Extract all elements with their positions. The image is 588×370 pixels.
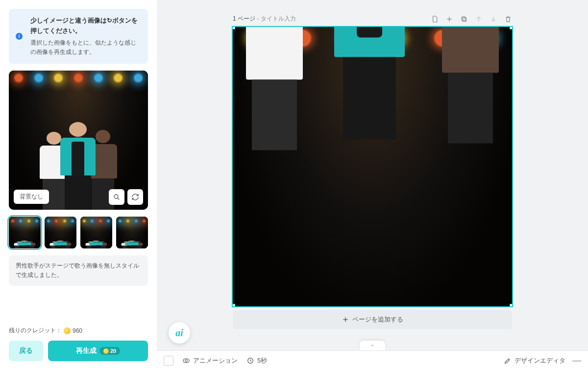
new-page-icon[interactable] (431, 15, 439, 23)
resize-handle-tr[interactable] (510, 27, 512, 29)
page-thumbnail-toggle[interactable] (164, 356, 173, 366)
resize-handle-br[interactable] (510, 304, 512, 306)
thumbnail-2[interactable] (45, 217, 76, 248)
credits-label: 残りのクレジット： (9, 326, 62, 335)
resize-handle-tl[interactable] (233, 27, 235, 29)
design-editor-label: デザインエディタ (514, 356, 565, 365)
duration-label: 5秒 (257, 356, 267, 365)
collapse-toolbar-tab[interactable] (360, 341, 385, 350)
chevron-up-icon (369, 343, 375, 348)
animation-label: アニメーション (193, 356, 238, 365)
delete-icon[interactable] (504, 15, 512, 23)
search-icon (113, 193, 121, 201)
thumbnail-1[interactable] (9, 217, 41, 248)
main-area: 1 ページ - タイトル入力 (157, 0, 588, 370)
design-editor-button[interactable]: デザインエディタ (504, 356, 565, 365)
add-page-label: ページを追加する (352, 315, 403, 324)
add-icon[interactable] (445, 15, 453, 23)
svg-rect-5 (462, 17, 465, 20)
thumbnail-3[interactable] (80, 217, 112, 248)
info-desc: 選択した画像をもとに、似たような感じの画像を再生成します。 (30, 38, 141, 57)
move-up-icon[interactable] (475, 15, 483, 23)
svg-line-1 (118, 198, 119, 199)
animation-button[interactable]: アニメーション (182, 356, 238, 365)
page-title-input[interactable]: タイトル入力 (261, 15, 296, 22)
canvas-viewport[interactable]: 1 ページ - タイトル入力 (157, 0, 588, 350)
zoom-button[interactable] (109, 189, 124, 205)
bottom-toolbar: アニメーション 5秒 デザインエディタ — (157, 350, 588, 370)
svg-rect-4 (463, 18, 466, 21)
plus-icon (342, 316, 349, 323)
back-button[interactable]: 戻る (9, 341, 43, 361)
regenerate-single-button[interactable] (127, 189, 143, 205)
no-background-chip[interactable]: 背景なし (14, 190, 49, 204)
duplicate-icon[interactable] (460, 15, 468, 23)
minimize-button[interactable]: — (572, 355, 581, 366)
thumbnail-4[interactable] (116, 217, 148, 248)
info-card: i 少しイメージと違う画像は↻ボタンを押してください。 選択した画像をもとに、似… (9, 9, 148, 64)
duration-button[interactable]: 5秒 (246, 356, 267, 365)
ai-fab-button[interactable]: ai (169, 322, 190, 344)
pencil-icon (504, 357, 512, 365)
regenerate-button[interactable]: 再生成 20 (48, 341, 148, 361)
add-page-button[interactable]: ページを追加する (233, 310, 512, 329)
page-number: 1 ページ (233, 15, 255, 22)
thumbnail-row (9, 217, 148, 248)
generation-caption: 男性歌手がステージで歌う画像を無しスタイルで生成しました。 (9, 255, 148, 286)
credits-amount: 960 (73, 327, 82, 334)
regenerate-label: 再生成 (76, 346, 97, 355)
move-down-icon[interactable] (490, 15, 497, 23)
coin-icon (64, 327, 71, 334)
credits-remaining: 残りのクレジット： 960 (9, 326, 148, 335)
resize-handle-bl[interactable] (233, 304, 235, 306)
canvas-page[interactable] (233, 27, 512, 306)
clock-icon (246, 357, 254, 365)
coin-icon (103, 348, 109, 354)
regenerate-cost: 20 (110, 348, 116, 354)
info-icon: i (16, 33, 23, 40)
animation-icon (182, 357, 190, 365)
refresh-icon (131, 193, 139, 201)
svg-point-0 (114, 195, 118, 198)
main-preview-image[interactable]: 背景なし (9, 71, 148, 210)
page-header: 1 ページ - タイトル入力 (233, 15, 512, 23)
ai-fab-label: ai (175, 327, 183, 339)
regenerate-cost-pill: 20 (99, 347, 120, 355)
sidebar: i 少しイメージと違う画像は↻ボタンを押してください。 選択した画像をもとに、似… (0, 0, 157, 370)
info-title: 少しイメージと違う画像は↻ボタンを押してください。 (30, 16, 141, 36)
